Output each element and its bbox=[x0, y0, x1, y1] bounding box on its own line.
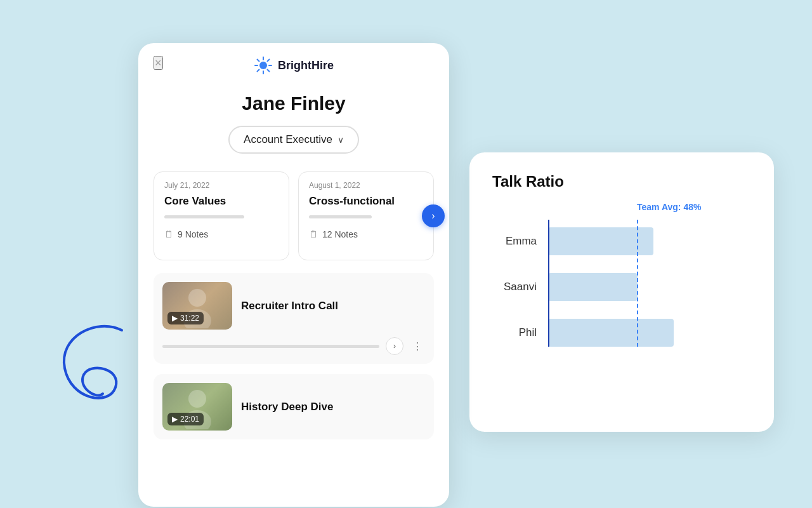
svg-line-6 bbox=[267, 70, 269, 72]
video-progress-1 bbox=[162, 345, 379, 348]
chart-bar-saanvi bbox=[548, 273, 638, 301]
video-thumbnail-1: ▶ 31:22 bbox=[162, 282, 232, 330]
chart-bar-container-emma bbox=[548, 227, 751, 255]
team-avg-line bbox=[637, 220, 638, 347]
chart-rows: Emma Saanvi Phil bbox=[492, 208, 751, 347]
panel-header: × BrightHire bbox=[138, 43, 449, 75]
interview-card-2[interactable]: August 1, 2022 Cross-functional 🗒 12 Not… bbox=[298, 171, 434, 260]
video-bottom-1: › ⋮ bbox=[162, 336, 425, 355]
video-list: ▶ 31:22 Recruiter Intro Call › ⋮ bbox=[138, 273, 449, 450]
baseline-line bbox=[548, 220, 549, 347]
chart-row-saanvi: Saanvi bbox=[492, 273, 751, 301]
video-top-2: ▶ 22:01 History Deep Dive bbox=[162, 383, 425, 431]
main-panel: × BrightHire Jane Finley Account Executi… bbox=[138, 43, 449, 507]
chart-label-emma: Emma bbox=[492, 235, 537, 248]
svg-line-5 bbox=[257, 60, 259, 62]
close-button[interactable]: × bbox=[154, 56, 163, 70]
chart-bar-container-phil bbox=[548, 319, 751, 347]
interview-bar-1 bbox=[164, 215, 244, 218]
interview-cards-row: July 21, 2022 Core Values 🗒 9 Notes Augu… bbox=[138, 171, 449, 260]
interview-title-1: Core Values bbox=[164, 195, 278, 208]
video-top-1: ▶ 31:22 Recruiter Intro Call bbox=[162, 282, 425, 330]
chart-area: Team Avg: 48% Emma Saanvi Phil bbox=[492, 208, 751, 347]
interview-card-arrow[interactable]: › bbox=[422, 204, 445, 227]
chart-row-emma: Emma bbox=[492, 227, 751, 255]
role-dropdown[interactable]: Account Executive ∨ bbox=[228, 126, 359, 154]
interview-notes-1: 🗒 9 Notes bbox=[164, 229, 278, 239]
interview-notes-2: 🗒 12 Notes bbox=[309, 229, 423, 239]
play-button-2[interactable]: ▶ 22:01 bbox=[167, 413, 204, 425]
interview-date-1: July 21, 2022 bbox=[164, 181, 278, 190]
svg-line-8 bbox=[257, 70, 259, 72]
interview-card-1[interactable]: July 21, 2022 Core Values 🗒 9 Notes bbox=[154, 171, 289, 260]
chart-label-saanvi: Saanvi bbox=[492, 281, 537, 293]
svg-point-0 bbox=[259, 62, 267, 69]
interview-title-2: Cross-functional bbox=[309, 195, 423, 208]
video-title-1: Recruiter Intro Call bbox=[241, 300, 338, 312]
play-icon-2: ▶ bbox=[172, 415, 178, 424]
play-icon-1: ▶ bbox=[172, 314, 178, 323]
brighthire-logo-icon bbox=[254, 56, 273, 75]
svg-point-11 bbox=[188, 390, 206, 408]
svg-line-7 bbox=[267, 60, 269, 62]
video-thumbnail-2: ▶ 22:01 bbox=[162, 383, 232, 431]
video-item-1[interactable]: ▶ 31:22 Recruiter Intro Call › ⋮ bbox=[154, 273, 434, 364]
chart-row-phil: Phil bbox=[492, 319, 751, 347]
play-button-1[interactable]: ▶ 31:22 bbox=[167, 312, 204, 324]
chart-panel: Talk Ratio Team Avg: 48% Emma Saanvi bbox=[469, 152, 774, 432]
team-avg-label: Team Avg: 48% bbox=[637, 202, 701, 212]
candidate-name: Jane Finley bbox=[138, 93, 449, 114]
chart-bar-container-saanvi bbox=[548, 273, 751, 301]
video-more-button-1[interactable]: ⋮ bbox=[410, 338, 425, 355]
chart-bar-phil bbox=[548, 319, 674, 347]
chart-title: Talk Ratio bbox=[492, 173, 751, 190]
chart-label-phil: Phil bbox=[492, 326, 537, 339]
video-item-2[interactable]: ▶ 22:01 History Deep Dive bbox=[154, 374, 434, 439]
video-nav-button-1[interactable]: › bbox=[386, 337, 403, 355]
role-text: Account Executive bbox=[244, 133, 332, 146]
interview-bar-2 bbox=[309, 215, 372, 218]
video-title-2: History Deep Dive bbox=[241, 401, 334, 413]
interview-date-2: August 1, 2022 bbox=[309, 181, 423, 190]
app-name: BrightHire bbox=[278, 59, 334, 72]
svg-point-9 bbox=[188, 289, 206, 307]
chevron-down-icon: ∨ bbox=[337, 135, 344, 145]
decorative-swirl bbox=[46, 311, 147, 438]
logo-area: BrightHire bbox=[254, 56, 334, 75]
notes-icon-1: 🗒 bbox=[164, 229, 174, 239]
notes-icon-2: 🗒 bbox=[309, 229, 318, 239]
